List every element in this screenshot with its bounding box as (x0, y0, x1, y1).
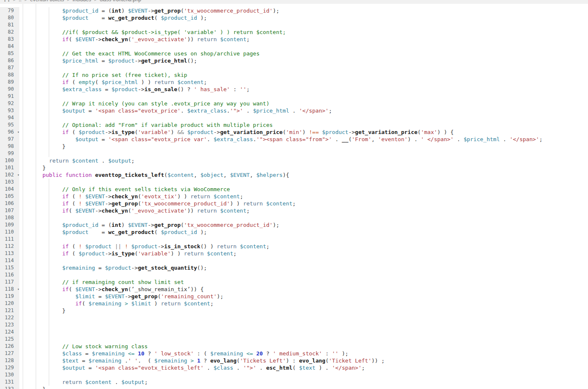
code-line[interactable]: 106 if ( ! $EVENT->get_prop('tx_woocomme… (0, 200, 588, 207)
line-number: 112 (0, 243, 19, 250)
code-line[interactable]: 127 $class = $remaining <= 10 ? ' low_st… (0, 350, 588, 357)
code-line[interactable]: 115 $remaining = $product->get_stock_qua… (0, 264, 588, 271)
code-line[interactable]: 132 } (0, 386, 588, 389)
code-line[interactable]: 103 (0, 179, 588, 186)
code-text (19, 64, 23, 71)
code-line[interactable]: 107 if( $EVENT->check_yn('_evovo_activat… (0, 207, 588, 214)
line-number: 127 (0, 350, 19, 357)
line-number: 125 (0, 336, 19, 343)
code-line[interactable]: 89 if ( empty( $price_html ) ) return $c… (0, 79, 588, 86)
code-line[interactable]: 79 $product_id = (int) $EVENT->get_prop(… (0, 7, 588, 14)
code-line[interactable]: 104 // Only if this event sells tickets … (0, 186, 588, 193)
code-line[interactable]: 82 //if( $product && $product->is_type( … (0, 29, 588, 36)
code-editor[interactable]: 79 $product_id = (int) $EVENT->get_prop(… (0, 4, 588, 389)
breadcrumb-separator: > (13, 0, 16, 2)
line-number: 120 (0, 300, 19, 307)
code-line[interactable]: 109 $product_id = (int) $EVENT->get_prop… (0, 221, 588, 229)
code-line[interactable]: 95 // Optional: add "From" if variable p… (0, 121, 588, 129)
breadcrumb-segment[interactable]: class-frontend.php (100, 0, 141, 3)
line-number: 116 (0, 271, 19, 279)
code-line[interactable]: 88 // If no price set (free ticket), ski… (0, 71, 588, 79)
code-text (19, 371, 23, 378)
code-line[interactable]: 112 if ( ! $product || ! $product->is_in… (0, 243, 588, 250)
code-line[interactable]: 131 return $content . $output; (0, 378, 588, 386)
code-line[interactable]: 101 } (0, 164, 588, 171)
code-line[interactable]: 96▾ if ( $product->is_type('variable') &… (0, 129, 588, 136)
code-text: $limit = $EVENT->get_prop('remaining_cou… (19, 293, 223, 300)
line-number: 119 (0, 293, 19, 300)
code-line[interactable]: 90 $extra_class = $product->is_on_sale()… (0, 86, 588, 93)
breadcrumb-segment[interactable]: eventon-tickets (30, 0, 64, 3)
code-text: return $content . $output; (19, 378, 148, 386)
code-line[interactable]: 118▾ if( $EVENT->check_yn(’_show_remain_… (0, 286, 588, 293)
line-number: 80 (0, 14, 19, 21)
breadcrumb-separator: > (94, 0, 97, 2)
code-text: // if remainging count show limit set (19, 279, 184, 286)
code-line[interactable]: 86 $price_html = $product->get_price_htm… (0, 57, 588, 64)
line-number: 81 (0, 21, 19, 29)
line-number: 121 (0, 307, 19, 314)
code-line[interactable]: 116 (0, 271, 588, 279)
code-line[interactable]: 119 $limit = $EVENT->get_prop('remaining… (0, 293, 588, 300)
line-number: 99 (0, 150, 19, 157)
code-line[interactable]: 84 (0, 43, 588, 50)
code-line[interactable]: 123 (0, 321, 588, 329)
fold-toggle-icon[interactable]: ▾ (17, 129, 19, 135)
line-number: 101 (0, 164, 19, 171)
code-text: $text = $remaining .' '. ( $remaining > … (19, 357, 385, 364)
code-line[interactable]: 130 (0, 371, 588, 378)
line-number: 132 (0, 386, 19, 389)
fold-toggle-icon[interactable]: ▾ (17, 172, 19, 178)
code-text: return $content . $output; (19, 157, 134, 164)
code-line[interactable]: 113 if ( $product->is_type('variable') )… (0, 250, 588, 257)
code-line[interactable]: 85 // Get the exact HTML WooCommerce use… (0, 50, 588, 57)
code-text (19, 271, 23, 279)
code-line[interactable]: 94 (0, 114, 588, 121)
code-line[interactable]: 98 } (0, 143, 588, 150)
code-text (19, 179, 23, 186)
line-number: 83 (0, 36, 19, 43)
code-line[interactable]: 111 (0, 236, 588, 243)
code-line[interactable]: 114 (0, 257, 588, 264)
code-line[interactable]: 126 // Low stock warning class (0, 343, 588, 350)
line-number: 90 (0, 86, 19, 93)
code-text: $class = $remaining <= 10 ? ' low_stock'… (19, 350, 348, 357)
code-line[interactable]: 122 (0, 314, 588, 321)
line-number: 91 (0, 93, 19, 100)
code-line[interactable]: 83 if( $EVENT->check_yn('_evovo_activate… (0, 36, 588, 43)
line-number: 93 (0, 107, 19, 114)
breadcrumb-segment[interactable]: .. (18, 0, 21, 3)
line-number: 107 (0, 207, 19, 214)
code-line[interactable]: 87 (0, 64, 588, 71)
fold-toggle-icon[interactable]: ▾ (17, 286, 19, 292)
breadcrumb: ⋮⋮ >..>eventon-tickets>includes>class-fr… (0, 0, 588, 4)
code-line[interactable]: 110 $product = wc_get_product( $product_… (0, 229, 588, 236)
code-line[interactable]: 108 (0, 214, 588, 221)
code-line[interactable]: 129 $output = '<span class="evotx_ticket… (0, 364, 588, 371)
code-line[interactable]: 80 $product = wc_get_product( $product_i… (0, 14, 588, 21)
code-line[interactable]: 120 if( $remaining > $limit ) return $co… (0, 300, 588, 307)
code-line[interactable]: 117 // if remainging count show limit se… (0, 279, 588, 286)
code-line[interactable]: 102▾ public function eventtop_tickets_le… (0, 171, 588, 179)
code-line[interactable]: 100 return $content . $output; (0, 157, 588, 164)
code-line[interactable]: 99 (0, 150, 588, 157)
code-line[interactable]: 105 if ( ! $EVENT->check_yn('evotx_tix')… (0, 193, 588, 200)
line-number: 131 (0, 378, 19, 386)
code-line[interactable]: 93 $output = '<span class="evotx_price'.… (0, 107, 588, 114)
code-text: $product_id = (int) $EVENT->get_prop('tx… (19, 221, 279, 229)
code-line[interactable]: 125 (0, 336, 588, 343)
line-number: 85 (0, 50, 19, 57)
code-line[interactable]: 91 (0, 93, 588, 100)
code-text: } (19, 143, 66, 150)
line-number: 103 (0, 179, 19, 186)
breadcrumb-segment[interactable]: includes (73, 0, 91, 3)
grip-icon[interactable]: ⋮⋮ (3, 0, 10, 3)
code-line[interactable]: 97 $output = '<span class="evotx_price v… (0, 136, 588, 143)
code-text (19, 257, 23, 264)
code-line[interactable]: 121 } (0, 307, 588, 314)
code-line[interactable]: 92 // Wrap it nicely (you can style .evo… (0, 100, 588, 107)
code-line[interactable]: 124 (0, 329, 588, 336)
code-line[interactable]: 128 $text = $remaining .' '. ( $remainin… (0, 357, 588, 364)
code-line[interactable]: 81 (0, 21, 588, 29)
code-text (19, 336, 23, 343)
